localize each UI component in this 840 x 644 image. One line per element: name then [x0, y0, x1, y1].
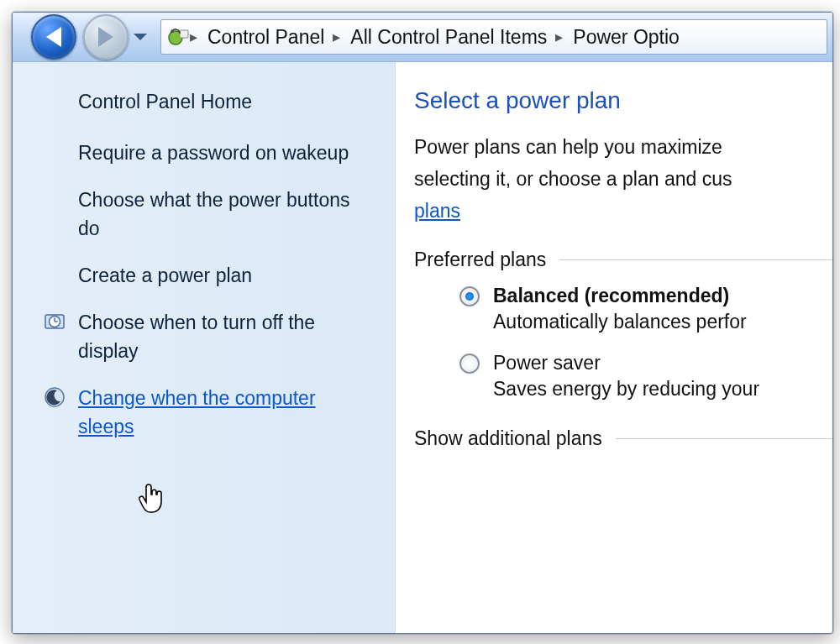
- svg-rect-1: [180, 30, 188, 38]
- breadcrumb-item[interactable]: Control Panel: [197, 26, 333, 49]
- page-description: selecting it, or choose a plan and cus: [414, 165, 832, 193]
- page-description: Power plans can help you maximize: [414, 133, 832, 161]
- plan-label: Power saver: [493, 352, 601, 374]
- sidebar-item-change-sleep[interactable]: Change when the computer sleeps: [78, 384, 364, 441]
- sidebar-item-require-password[interactable]: Require a password on wakeup: [78, 139, 364, 167]
- chevron-right-icon: ▸: [333, 28, 340, 46]
- separator: [559, 259, 832, 260]
- sidebar-item-create-plan[interactable]: Create a power plan: [78, 261, 364, 290]
- plan-description: Automatically balances perfor: [493, 311, 832, 333]
- sidebar-item-turn-off-display[interactable]: Choose when to turn off the display: [78, 308, 364, 365]
- forward-button[interactable]: [83, 14, 129, 60]
- main-content: Select a power plan Power plans can help…: [396, 62, 832, 633]
- breadcrumb-item[interactable]: Power Optio: [563, 26, 688, 49]
- sidebar-item-label: Choose when to turn off the display: [78, 312, 315, 362]
- sidebar-title: Control Panel Home: [78, 91, 370, 113]
- tell-me-more-link[interactable]: plans: [414, 200, 460, 222]
- back-button[interactable]: [31, 14, 76, 60]
- plan-description: Saves energy by reducing your: [493, 378, 832, 401]
- radio-selected-icon: [459, 286, 480, 306]
- preferred-plans-label: Preferred plans: [414, 249, 559, 271]
- breadcrumb-item[interactable]: All Control Panel Items: [340, 26, 555, 49]
- chevron-right-icon: ▸: [190, 28, 197, 46]
- arrow-left-icon: [46, 27, 61, 47]
- plan-option-power-saver[interactable]: Power saver: [459, 352, 832, 374]
- plan-option-balanced[interactable]: Balanced (recommended): [459, 285, 832, 307]
- history-dropdown-icon[interactable]: [134, 34, 147, 40]
- address-bar[interactable]: ▸ Control Panel ▸ All Control Panel Item…: [160, 19, 827, 55]
- plan-label: Balanced (recommended): [493, 285, 729, 307]
- sidebar-item-power-buttons[interactable]: Choose what the power buttons do: [78, 186, 364, 243]
- sidebar-item-label: Change when the computer sleeps: [78, 387, 316, 437]
- arrow-right-icon: [98, 27, 113, 47]
- control-panel-icon: [168, 26, 190, 48]
- show-additional-plans[interactable]: Show additional plans: [414, 427, 616, 450]
- radio-unselected-icon: [459, 353, 480, 374]
- navigation-bar: ▸ Control Panel ▸ All Control Panel Item…: [13, 13, 832, 62]
- moon-icon: [43, 385, 66, 409]
- separator: [616, 438, 832, 439]
- sidebar: Control Panel Home Require a password on…: [13, 62, 396, 633]
- chevron-right-icon: ▸: [555, 28, 563, 46]
- control-panel-window: ▸ Control Panel ▸ All Control Panel Item…: [12, 12, 833, 634]
- hand-cursor-icon: [137, 484, 160, 512]
- clock-icon: [43, 310, 66, 333]
- page-title: Select a power plan: [414, 87, 832, 114]
